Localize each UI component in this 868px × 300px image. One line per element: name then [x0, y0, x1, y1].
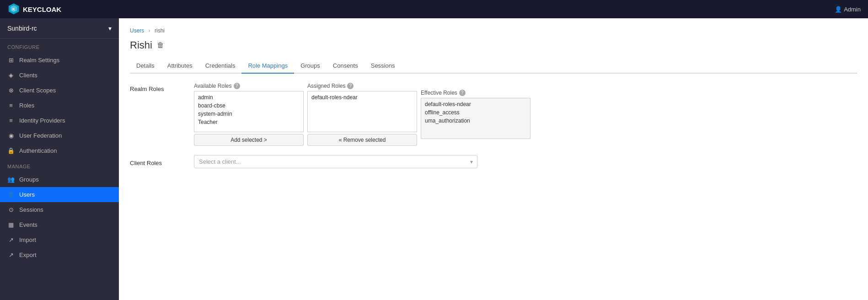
- effective-roles-label: Effective Roles ?: [421, 90, 530, 96]
- sidebar-item-clients[interactable]: ◈ Clients: [0, 68, 119, 83]
- sidebar-item-label: Clients: [19, 72, 38, 79]
- breadcrumb-current: rishi: [155, 27, 165, 34]
- realm-settings-icon: ⊞: [7, 57, 15, 64]
- breadcrumb: Users › rishi: [130, 27, 857, 34]
- role-mappings-section: Realm Roles Available Roles ? admin boar…: [130, 83, 857, 168]
- effective-roles-info-icon[interactable]: ?: [459, 90, 466, 96]
- sidebar-item-users[interactable]: 👤 Users: [0, 187, 119, 202]
- brand: K KEYCLOAK: [7, 3, 61, 16]
- available-roles-listbox[interactable]: admin board-cbse system-admin Teacher: [194, 91, 304, 132]
- clients-icon: ◈: [7, 72, 15, 79]
- page-title-row: Rishi 🗑: [130, 39, 857, 51]
- sidebar-item-sessions[interactable]: ⊙ Sessions: [0, 202, 119, 217]
- sidebar-item-label: User Federation: [19, 132, 62, 139]
- user-federation-icon: ◉: [7, 132, 15, 139]
- sidebar-item-label: Realm Settings: [19, 57, 59, 64]
- keycloak-logo-icon: K: [7, 3, 20, 16]
- effective-roles-listbox: default-roles-ndear offline_access uma_a…: [421, 98, 530, 139]
- groups-icon: 👥: [7, 176, 15, 183]
- navbar-user: 👤 Admin: [835, 6, 861, 13]
- realm-dropdown-icon: ▾: [108, 25, 112, 32]
- export-icon: ↗: [7, 252, 15, 258]
- sidebar-item-label: Authentication: [19, 147, 57, 154]
- realm-roles-row: Realm Roles Available Roles ? admin boar…: [130, 83, 857, 146]
- tab-role-mappings[interactable]: Role Mappings: [241, 59, 294, 74]
- brand-label: KEYCLOAK: [23, 5, 61, 13]
- assigned-roles-listbox[interactable]: default-roles-ndear: [307, 91, 417, 132]
- list-item[interactable]: system-admin: [196, 110, 301, 118]
- user-tabs: Details Attributes Credentials Role Mapp…: [130, 59, 857, 74]
- client-scopes-icon: ⊗: [7, 87, 15, 94]
- sidebar-item-label: Users: [19, 191, 35, 198]
- sidebar-item-label: Export: [19, 252, 37, 258]
- page-title: Rishi: [130, 39, 152, 51]
- manage-section-label: Manage: [0, 158, 119, 172]
- roles-columns: Available Roles ? admin board-cbse syste…: [194, 83, 530, 146]
- remove-selected-button[interactable]: « Remove selected: [307, 134, 417, 146]
- sidebar-item-export[interactable]: ↗ Export: [0, 247, 119, 262]
- assigned-roles-group: Assigned Roles ? default-roles-ndear « R…: [307, 83, 417, 146]
- main-content: Users › rishi Rishi 🗑 Details Attributes…: [119, 18, 868, 300]
- realm-selector[interactable]: Sunbird-rc ▾: [0, 18, 119, 39]
- sidebar-item-authentication[interactable]: 🔒 Authentication: [0, 143, 119, 158]
- events-icon: ▦: [7, 221, 15, 228]
- sidebar-item-identity-providers[interactable]: ≡ Identity Providers: [0, 113, 119, 128]
- tab-sessions[interactable]: Sessions: [364, 59, 402, 74]
- delete-user-button[interactable]: 🗑: [157, 41, 164, 49]
- breadcrumb-users-link[interactable]: Users: [130, 27, 144, 34]
- client-roles-label: Client Roles: [130, 157, 194, 166]
- realm-name: Sunbird-rc: [7, 25, 37, 32]
- sidebar-item-label: Groups: [19, 176, 39, 183]
- client-roles-row: Client Roles Select a client... ▾: [130, 155, 857, 168]
- realm-roles-label: Realm Roles: [130, 83, 194, 92]
- list-item[interactable]: admin: [196, 93, 301, 102]
- add-selected-button[interactable]: Add selected >: [194, 134, 304, 146]
- svg-text:K: K: [12, 7, 15, 11]
- assigned-roles-info-icon[interactable]: ?: [347, 83, 354, 89]
- sidebar-item-label: Import: [19, 236, 36, 243]
- users-icon: 👤: [7, 191, 15, 198]
- user-label: Admin: [844, 6, 861, 13]
- sidebar-item-user-federation[interactable]: ◉ User Federation: [0, 128, 119, 143]
- breadcrumb-separator: ›: [149, 27, 150, 34]
- available-roles-group: Available Roles ? admin board-cbse syste…: [194, 83, 304, 146]
- sidebar-item-client-scopes[interactable]: ⊗ Client Scopes: [0, 83, 119, 98]
- sessions-icon: ⊙: [7, 206, 15, 213]
- effective-roles-group: Effective Roles ? default-roles-ndear of…: [421, 90, 530, 139]
- sidebar-item-label: Client Scopes: [19, 87, 56, 94]
- sidebar-item-roles[interactable]: ≡ Roles: [0, 98, 119, 113]
- list-item[interactable]: board-cbse: [196, 102, 301, 110]
- sidebar-item-groups[interactable]: 👥 Groups: [0, 172, 119, 187]
- sidebar-item-import[interactable]: ↗ Import: [0, 232, 119, 247]
- import-icon: ↗: [7, 236, 15, 243]
- list-item: offline_access: [423, 108, 528, 117]
- roles-icon: ≡: [7, 102, 15, 109]
- navbar: K KEYCLOAK 👤 Admin: [0, 0, 868, 18]
- available-roles-label: Available Roles ?: [194, 83, 304, 89]
- client-roles-select[interactable]: Select a client...: [194, 155, 477, 168]
- authentication-icon: 🔒: [7, 147, 15, 154]
- tab-credentials[interactable]: Credentials: [199, 59, 242, 74]
- sidebar-item-label: Identity Providers: [19, 117, 65, 124]
- assigned-roles-label: Assigned Roles ?: [307, 83, 417, 89]
- tab-consents[interactable]: Consents: [327, 59, 364, 74]
- tab-attributes[interactable]: Attributes: [161, 59, 199, 74]
- sidebar-item-label: Events: [19, 221, 38, 228]
- configure-section-label: Configure: [0, 39, 119, 53]
- list-item[interactable]: default-roles-ndear: [310, 93, 415, 102]
- sidebar-item-events[interactable]: ▦ Events: [0, 217, 119, 232]
- user-icon: 👤: [835, 6, 842, 13]
- identity-providers-icon: ≡: [7, 117, 15, 124]
- sidebar-item-label: Sessions: [19, 206, 43, 213]
- tab-details[interactable]: Details: [130, 59, 161, 74]
- sidebar-item-realm-settings[interactable]: ⊞ Realm Settings: [0, 53, 119, 68]
- sidebar-item-label: Roles: [19, 102, 34, 109]
- list-item[interactable]: Teacher: [196, 118, 301, 126]
- available-roles-info-icon[interactable]: ?: [234, 83, 240, 89]
- list-item: uma_authorization: [423, 117, 528, 125]
- sidebar: Sunbird-rc ▾ Configure ⊞ Realm Settings …: [0, 18, 119, 300]
- tab-groups[interactable]: Groups: [294, 59, 327, 74]
- list-item: default-roles-ndear: [423, 100, 528, 108]
- client-select-wrapper: Select a client... ▾: [194, 155, 477, 168]
